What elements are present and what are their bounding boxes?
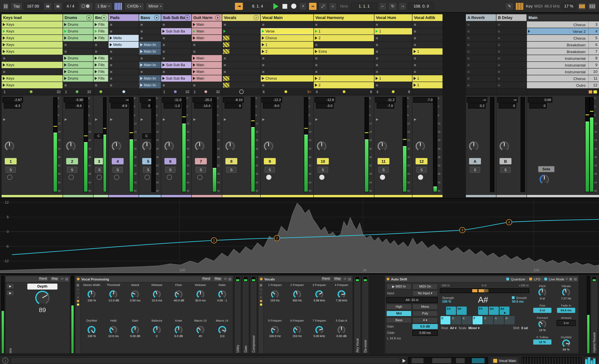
device-on-icon[interactable] [260, 278, 263, 280]
clip-play-icon[interactable] [3, 23, 5, 26]
clip-play-icon[interactable] [64, 70, 67, 73]
clip-slot[interactable] [496, 42, 527, 48]
quantization-menu[interactable]: 1 Bar▾ [95, 2, 113, 10]
pan-knob[interactable] [415, 141, 425, 151]
collapsed-device-utility[interactable]: Utility [234, 276, 241, 354]
macro-1-frequen[interactable]: 1 Frequen153 Hz [264, 282, 286, 302]
selected-track-chip[interactable]: Vocal Main [490, 357, 519, 364]
track-number[interactable]: 11 [378, 158, 389, 164]
clip-slot[interactable]: Fills [94, 62, 108, 68]
spectrum-display[interactable]: 1260-6-121001k10k 1234 [0, 199, 599, 274]
pan-knob[interactable] [164, 141, 174, 151]
clip-play-icon[interactable] [140, 43, 143, 46]
band-high-button[interactable]: High [386, 304, 412, 310]
macro-knob[interactable] [337, 290, 345, 298]
arm-button[interactable] [418, 175, 423, 180]
rack-tool-icon[interactable]: ≡ [260, 296, 262, 299]
solo-button[interactable]: S [318, 167, 328, 173]
clip-slot[interactable] [314, 42, 374, 48]
scene-row-outro-12[interactable]: Outro12 [527, 82, 599, 88]
stop-all-icon[interactable] [593, 90, 597, 93]
clip-slot[interactable]: Main lin [139, 75, 161, 82]
track-number[interactable]: 4 [112, 158, 123, 164]
play-button[interactable] [273, 3, 279, 9]
param-value-box[interactable]: 0 ct [533, 308, 551, 313]
clip-slot[interactable] [222, 82, 260, 88]
key-d[interactable]: D [451, 316, 461, 324]
param-value-box[interactable]: 0 ct [557, 320, 576, 326]
map-button[interactable]: Map [50, 277, 59, 282]
clip-play-icon[interactable] [262, 30, 264, 33]
clip-slot[interactable] [2, 69, 62, 75]
refresh-icon[interactable]: ⟳ [61, 277, 63, 281]
clip-play-icon[interactable] [3, 63, 5, 67]
clip-play-icon[interactable] [414, 77, 416, 80]
clip-slot[interactable] [63, 48, 93, 55]
tab-quantizer[interactable]: Quantizer [511, 277, 526, 281]
clip-slot[interactable] [466, 55, 496, 61]
save-icon[interactable]: ▤ [348, 277, 351, 281]
macro-knob[interactable] [337, 326, 345, 334]
track-header-bea[interactable]: Bea▾ [94, 14, 108, 21]
clip-play-icon[interactable] [193, 63, 195, 67]
key-map-button[interactable]: Key [526, 4, 533, 8]
rand-button[interactable]: Rand [38, 277, 48, 282]
clip-slot[interactable]: Drums [63, 62, 93, 68]
macro-knob[interactable] [271, 326, 279, 334]
gain-display[interactable]: -14.4 [194, 103, 211, 109]
tab-lfo[interactable]: LFO [534, 277, 540, 281]
solo-button[interactable]: S [226, 167, 237, 173]
clip-slot[interactable] [63, 82, 93, 88]
chain-play-button[interactable]: ▶ [6, 290, 14, 296]
gain-display[interactable]: -8.9 [111, 103, 128, 109]
clip-slot[interactable] [161, 82, 191, 88]
clip-slot[interactable]: Drums [63, 69, 93, 75]
param-knob[interactable] [562, 288, 570, 296]
device-on-icon[interactable] [387, 278, 389, 280]
clip-slot[interactable] [466, 35, 496, 41]
clip-play-icon[interactable] [193, 70, 195, 73]
clip-slot[interactable] [2, 55, 62, 61]
layout-panes-icon[interactable] [2, 2, 9, 10]
scene-row-chorus-11[interactable]: Chorus11 [527, 75, 599, 82]
device-on-icon[interactable] [77, 278, 80, 280]
macro-knob[interactable] [110, 326, 117, 334]
scale-select[interactable]: Minor ▾ [468, 326, 480, 330]
param-f-follow[interactable]: F. Follow12 % [531, 336, 554, 351]
key-c[interactable]: C [440, 316, 450, 324]
track-number[interactable]: 7 [195, 158, 207, 164]
clip-slot[interactable] [222, 69, 260, 75]
stop-all-clips-icon[interactable] [239, 89, 243, 94]
param-knob[interactable] [538, 288, 546, 296]
variation-dot-icon[interactable] [77, 300, 79, 302]
band-bass-button[interactable]: Bass [386, 317, 412, 323]
clip-stop-row[interactable] [222, 89, 260, 95]
param-formant[interactable]: Formant19 % [531, 316, 554, 332]
solo-button[interactable]: S [265, 167, 275, 173]
key-e[interactable]: E [462, 316, 472, 324]
solo-button[interactable]: S [500, 167, 511, 173]
track-header-a-reverb[interactable]: A Reverb [466, 14, 496, 21]
clip-slot[interactable] [192, 82, 222, 88]
clip-slot[interactable]: Keys [2, 28, 62, 35]
track-number[interactable]: B [500, 158, 511, 164]
key-f-[interactable]: F# [478, 307, 488, 315]
track-header-vocals[interactable]: Vocals≡ [222, 14, 260, 21]
track-number[interactable]: A [469, 158, 481, 164]
clip-stop-row[interactable]: 65+ [261, 89, 313, 95]
clip-slot[interactable] [496, 48, 527, 55]
clip-slot[interactable]: Drums [63, 21, 93, 28]
hash-icon[interactable]: # [566, 277, 568, 281]
capture-midi-button[interactable]: ○ [329, 2, 337, 10]
param-value-box[interactable]: 12 % [533, 339, 551, 345]
variation-dot-icon[interactable] [260, 303, 262, 306]
clip-slot[interactable] [139, 28, 161, 35]
key-root-selector[interactable]: C#/Db▸ [124, 2, 144, 10]
clip-play-icon[interactable] [110, 43, 112, 46]
root-select[interactable]: A# ▾ [450, 326, 457, 330]
clip-play-icon[interactable] [3, 43, 5, 46]
gain-display[interactable]: -8.6 [65, 103, 83, 109]
clip-slot[interactable] [374, 55, 412, 61]
macro-knob[interactable] [131, 326, 139, 334]
clip-slot[interactable] [314, 21, 374, 28]
